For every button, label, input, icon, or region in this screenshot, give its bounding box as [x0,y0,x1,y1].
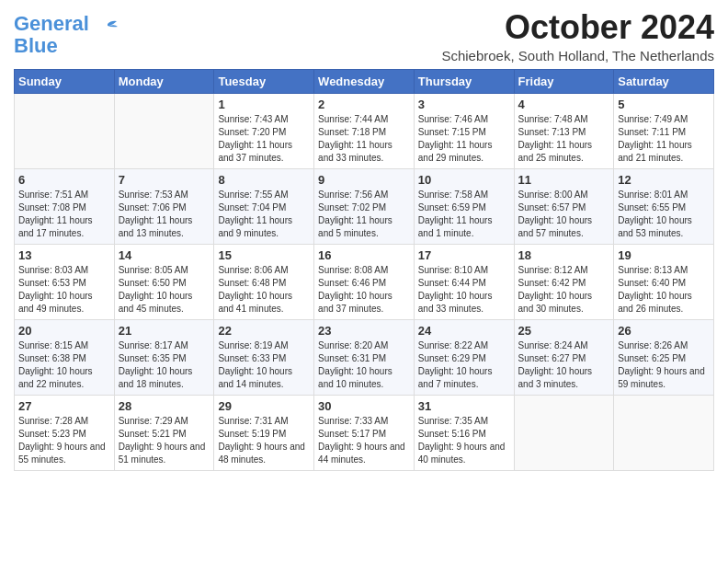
day-number: 3 [418,98,510,111]
day-content: Sunrise: 7:56 AMSunset: 7:02 PMDaylight:… [318,189,410,240]
calendar-cell: 29Sunrise: 7:31 AMSunset: 5:19 PMDayligh… [214,395,314,470]
day-number: 1 [218,98,310,111]
day-number: 2 [318,98,410,111]
day-content: Sunrise: 7:35 AMSunset: 5:16 PMDaylight:… [418,415,510,466]
calendar-cell: 4Sunrise: 7:48 AMSunset: 7:13 PMDaylight… [514,93,614,168]
calendar-cell: 30Sunrise: 7:33 AMSunset: 5:17 PMDayligh… [314,395,415,470]
page-header: GeneralBlue October 2024 Schiebroek, Sou… [14,9,714,63]
calendar-cell: 26Sunrise: 8:26 AMSunset: 6:25 PMDayligh… [614,319,714,395]
day-number: 6 [18,173,110,187]
day-number: 26 [618,324,710,338]
title-block: October 2024 Schiebroek, South Holland, … [441,9,714,63]
calendar-cell: 19Sunrise: 8:13 AMSunset: 6:40 PMDayligh… [614,244,714,319]
day-content: Sunrise: 8:06 AMSunset: 6:48 PMDaylight:… [218,264,310,316]
calendar-cell [614,395,714,470]
header-sunday: Sunday [15,69,115,93]
day-content: Sunrise: 8:05 AMSunset: 6:50 PMDaylight:… [119,264,210,316]
day-number: 4 [518,98,610,111]
day-number: 18 [518,248,610,262]
day-number: 19 [618,248,710,262]
day-number: 16 [318,248,410,262]
location-subtitle: Schiebroek, South Holland, The Netherlan… [441,48,714,63]
day-content: Sunrise: 7:51 AMSunset: 7:08 PMDaylight:… [18,189,110,240]
calendar-cell: 10Sunrise: 7:58 AMSunset: 6:59 PMDayligh… [414,168,514,244]
header-monday: Monday [114,69,214,93]
day-content: Sunrise: 8:19 AMSunset: 6:33 PMDaylight:… [218,339,310,391]
calendar-cell: 28Sunrise: 7:29 AMSunset: 5:21 PMDayligh… [114,395,214,470]
calendar-cell: 15Sunrise: 8:06 AMSunset: 6:48 PMDayligh… [214,244,314,319]
calendar-cell: 25Sunrise: 8:24 AMSunset: 6:27 PMDayligh… [514,319,614,395]
calendar-header-row: SundayMondayTuesdayWednesdayThursdayFrid… [15,69,714,93]
day-content: Sunrise: 7:33 AMSunset: 5:17 PMDaylight:… [318,415,410,466]
day-content: Sunrise: 7:55 AMSunset: 7:04 PMDaylight:… [218,189,310,240]
calendar-week-row: 27Sunrise: 7:28 AMSunset: 5:23 PMDayligh… [15,395,714,470]
calendar-cell: 24Sunrise: 8:22 AMSunset: 6:29 PMDayligh… [414,319,514,395]
calendar-week-row: 13Sunrise: 8:03 AMSunset: 6:53 PMDayligh… [15,244,714,319]
day-number: 30 [318,399,410,413]
calendar-cell: 16Sunrise: 8:08 AMSunset: 6:46 PMDayligh… [314,244,415,319]
day-number: 29 [218,399,310,413]
day-content: Sunrise: 7:31 AMSunset: 5:19 PMDaylight:… [218,415,310,466]
day-number: 27 [18,399,110,413]
calendar-cell: 20Sunrise: 8:15 AMSunset: 6:38 PMDayligh… [15,319,115,395]
day-number: 5 [618,98,710,111]
calendar-cell: 13Sunrise: 8:03 AMSunset: 6:53 PMDayligh… [15,244,115,319]
calendar-cell [15,93,115,168]
day-content: Sunrise: 8:15 AMSunset: 6:38 PMDaylight:… [18,339,110,391]
day-content: Sunrise: 8:26 AMSunset: 6:25 PMDaylight:… [618,339,710,391]
logo-text: GeneralBlue [14,13,89,57]
calendar-table: SundayMondayTuesdayWednesdayThursdayFrid… [14,69,714,471]
calendar-cell: 5Sunrise: 7:49 AMSunset: 7:11 PMDaylight… [614,93,714,168]
day-number: 20 [18,324,110,338]
calendar-cell: 18Sunrise: 8:12 AMSunset: 6:42 PMDayligh… [514,244,614,319]
calendar-cell [514,395,614,470]
day-number: 9 [318,173,410,187]
calendar-cell: 23Sunrise: 8:20 AMSunset: 6:31 PMDayligh… [314,319,415,395]
day-number: 31 [418,399,510,413]
day-number: 14 [119,248,210,262]
calendar-cell: 11Sunrise: 8:00 AMSunset: 6:57 PMDayligh… [514,168,614,244]
calendar-cell: 3Sunrise: 7:46 AMSunset: 7:15 PMDaylight… [414,93,514,168]
calendar-cell: 9Sunrise: 7:56 AMSunset: 7:02 PMDaylight… [314,168,415,244]
day-number: 22 [218,324,310,338]
calendar-week-row: 6Sunrise: 7:51 AMSunset: 7:08 PMDaylight… [15,168,714,244]
calendar-cell: 14Sunrise: 8:05 AMSunset: 6:50 PMDayligh… [114,244,214,319]
day-content: Sunrise: 8:00 AMSunset: 6:57 PMDaylight:… [518,189,610,240]
day-number: 28 [119,399,210,413]
day-content: Sunrise: 8:20 AMSunset: 6:31 PMDaylight:… [318,339,410,391]
day-content: Sunrise: 8:13 AMSunset: 6:40 PMDaylight:… [618,264,710,316]
day-number: 21 [119,324,210,338]
calendar-week-row: 20Sunrise: 8:15 AMSunset: 6:38 PMDayligh… [15,319,714,395]
month-title: October 2024 [441,9,714,46]
day-content: Sunrise: 8:01 AMSunset: 6:55 PMDaylight:… [618,189,710,240]
calendar-cell [114,93,214,168]
day-number: 11 [518,173,610,187]
day-number: 24 [418,324,510,338]
header-friday: Friday [514,69,614,93]
day-content: Sunrise: 8:10 AMSunset: 6:44 PMDaylight:… [418,264,510,316]
logo: GeneralBlue [14,13,119,57]
calendar-cell: 1Sunrise: 7:43 AMSunset: 7:20 PMDaylight… [214,93,314,168]
day-content: Sunrise: 7:53 AMSunset: 7:06 PMDaylight:… [119,189,210,240]
day-content: Sunrise: 8:03 AMSunset: 6:53 PMDaylight:… [18,264,110,316]
day-content: Sunrise: 7:49 AMSunset: 7:11 PMDaylight:… [618,113,710,165]
day-content: Sunrise: 8:08 AMSunset: 6:46 PMDaylight:… [318,264,410,316]
day-content: Sunrise: 7:44 AMSunset: 7:18 PMDaylight:… [318,113,410,165]
day-number: 23 [318,324,410,338]
day-number: 17 [418,248,510,262]
calendar-cell: 12Sunrise: 8:01 AMSunset: 6:55 PMDayligh… [614,168,714,244]
day-content: Sunrise: 8:12 AMSunset: 6:42 PMDaylight:… [518,264,610,316]
calendar-cell: 2Sunrise: 7:44 AMSunset: 7:18 PMDaylight… [314,93,415,168]
header-tuesday: Tuesday [214,69,314,93]
day-number: 15 [218,248,310,262]
day-content: Sunrise: 7:58 AMSunset: 6:59 PMDaylight:… [418,189,510,240]
day-number: 8 [218,173,310,187]
day-number: 10 [418,173,510,187]
calendar-cell: 6Sunrise: 7:51 AMSunset: 7:08 PMDaylight… [15,168,115,244]
calendar-cell: 17Sunrise: 8:10 AMSunset: 6:44 PMDayligh… [414,244,514,319]
day-content: Sunrise: 7:43 AMSunset: 7:20 PMDaylight:… [218,113,310,165]
day-content: Sunrise: 7:28 AMSunset: 5:23 PMDaylight:… [18,415,110,466]
day-content: Sunrise: 8:17 AMSunset: 6:35 PMDaylight:… [119,339,210,391]
day-content: Sunrise: 8:22 AMSunset: 6:29 PMDaylight:… [418,339,510,391]
day-content: Sunrise: 8:24 AMSunset: 6:27 PMDaylight:… [518,339,610,391]
